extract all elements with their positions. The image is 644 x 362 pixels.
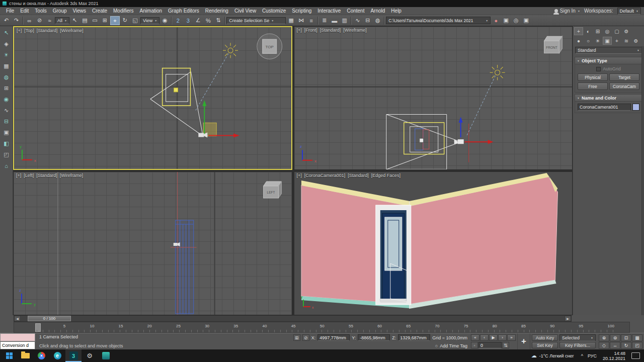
left-tool-corona-material[interactable]: ▦ — [2, 61, 12, 71]
left-tool-corona-sun[interactable]: ☀ — [2, 50, 12, 60]
viewport-standard-menu[interactable]: [Standard] — [320, 28, 341, 33]
previous-frame-button[interactable]: ‹ — [480, 334, 489, 341]
viewport-shading-menu[interactable]: [Wireframe] — [60, 173, 84, 178]
align-button[interactable]: ≡ — [306, 16, 316, 25]
curve-editor-button[interactable]: ∿ — [353, 16, 362, 25]
viewport-shading-menu[interactable]: [Wireframe] — [60, 28, 84, 33]
layer-explorer-button[interactable]: ≣ — [319, 16, 329, 25]
pan-view-button[interactable]: + — [517, 333, 530, 349]
menu-graph-editors[interactable]: Graph Editors — [165, 8, 202, 14]
left-tool-select[interactable]: ↖ — [2, 28, 12, 38]
category-space-warps[interactable]: ≋ — [622, 37, 631, 45]
listener-macro-line[interactable] — [0, 333, 35, 341]
orbit-button[interactable]: ↻ — [621, 342, 631, 349]
menu-scripting[interactable]: Scripting — [289, 8, 314, 14]
key-selection-dropdown[interactable]: Selected ▼ — [559, 334, 596, 341]
left-tool-corona-proxy[interactable]: ⊞ — [2, 83, 12, 93]
time-slider-right-arrow[interactable]: ▶ — [565, 316, 571, 321]
key-mode-toggle[interactable]: ◦ — [471, 342, 478, 348]
camera-viewport-canvas[interactable]: x y — [294, 172, 573, 315]
select-by-name-button[interactable]: ▤ — [80, 16, 90, 25]
rectangular-selection-region-button[interactable]: ▭ — [90, 16, 100, 25]
viewcube-top[interactable]: TOP — [257, 34, 282, 59]
menu-customize[interactable]: Customize — [259, 8, 289, 14]
zoom-extents-all-button[interactable]: ▦ — [632, 334, 642, 341]
viewport-menu-plus[interactable]: [+] — [297, 173, 302, 178]
maximize-viewport-toggle[interactable]: ◰ — [632, 342, 642, 349]
viewport-menu-plus[interactable]: [+] — [17, 28, 22, 33]
free-camera-button[interactable]: Free — [578, 82, 608, 90]
start-button[interactable] — [1, 349, 17, 362]
menu-views[interactable]: Views — [70, 8, 90, 14]
go-to-end-button[interactable]: » — [507, 334, 516, 341]
left-tool-corona-scatter[interactable]: ∿ — [2, 106, 12, 115]
tab-utilities[interactable]: ⚙ — [622, 27, 631, 35]
corona-app-button[interactable] — [98, 349, 114, 362]
project-folder-field[interactable]: C:\Users\Татьяна\Documents\3ds Max 2021 … — [386, 17, 491, 24]
selection-lock-toggle[interactable]: ⊘ — [302, 334, 309, 341]
menu-modifiers[interactable]: Modifiers — [110, 8, 137, 14]
field-of-view-button[interactable]: ◇ — [599, 342, 609, 349]
camera-target-rect[interactable] — [404, 123, 444, 154]
left-tool-corona-vfb[interactable]: ▣ — [2, 128, 12, 137]
tray-chevron[interactable]: ^ — [581, 353, 583, 358]
menu-civil-view[interactable]: Civil View — [231, 8, 259, 14]
name-and-color-rollout-header[interactable]: ▼ Name and Color — [575, 94, 642, 102]
front-viewport-canvas[interactable]: FRONT x z — [294, 27, 573, 169]
physical-camera-button[interactable]: Physical — [578, 73, 608, 81]
angle-snap-toggle[interactable]: ∠ — [193, 16, 203, 25]
chrome-button[interactable] — [33, 349, 49, 362]
edge-button[interactable]: e — [49, 349, 65, 362]
pan-button[interactable]: ↔ — [610, 342, 620, 349]
sun-light-object[interactable] — [223, 43, 238, 58]
render-iterative-button[interactable]: ▣ — [521, 16, 531, 25]
select-and-link-button[interactable]: ∞ — [25, 16, 34, 25]
move-gizmo-x-axis[interactable] — [464, 140, 493, 144]
taskbar-clock[interactable]: 14:48 20.12.2021 — [600, 351, 628, 361]
viewport-standard-menu[interactable]: [Standard] — [348, 173, 369, 178]
category-helpers[interactable]: + — [612, 37, 621, 45]
select-and-move-button[interactable]: + — [110, 16, 120, 25]
reference-coordinate-dropdown[interactable]: View ▼ — [140, 17, 159, 24]
settings-button[interactable]: ⚙ — [82, 349, 98, 362]
menu-interactive[interactable]: Interactive — [314, 8, 344, 14]
camera-type-dropdown[interactable]: Standard ▼ — [575, 47, 642, 54]
target-camera-button[interactable]: Target — [609, 73, 639, 81]
tab-hierarchy[interactable]: ⊞ — [593, 27, 602, 35]
category-systems[interactable]: ⚙ — [631, 37, 640, 45]
command-panel-scrollbar[interactable] — [641, 46, 644, 315]
menu-help[interactable]: Help — [388, 8, 405, 14]
door-object[interactable] — [375, 205, 411, 305]
rendered-frame-window-button[interactable]: ▣ — [501, 16, 511, 25]
menu-tools[interactable]: Tools — [32, 8, 49, 14]
edit-named-selection-sets-button[interactable]: ▦ — [286, 16, 296, 25]
add-time-tag[interactable]: Add Time Tag — [440, 343, 467, 348]
viewport-view-menu[interactable]: [Left] — [24, 173, 34, 178]
menu-file[interactable]: File — [3, 8, 17, 14]
use-pivot-point-button[interactable]: ◉ — [160, 16, 170, 25]
viewcube-left[interactable]: LEFT — [264, 182, 282, 198]
top-viewport-canvas[interactable]: TOP x y — [14, 27, 291, 169]
frame-spinner[interactable]: ⇅ — [502, 342, 509, 348]
render-production-button[interactable]: ◎ — [511, 16, 521, 25]
menu-group[interactable]: Group — [50, 8, 70, 14]
viewport-top[interactable]: [+] [Top] [Standard] [Wireframe] — [13, 26, 292, 170]
window-frame-section[interactable] — [176, 220, 194, 314]
3dsmax-taskbar-button[interactable]: 3 — [65, 349, 82, 362]
menu-arnold[interactable]: Arnold — [367, 8, 388, 14]
next-frame-button[interactable]: › — [498, 334, 507, 341]
select-and-rotate-button[interactable]: ↻ — [120, 16, 130, 25]
move-gizmo-z-axis[interactable] — [458, 117, 462, 138]
viewport-left[interactable]: [+] [Left] [Standard] [Wireframe] — [13, 171, 292, 315]
go-to-start-button[interactable]: « — [471, 334, 479, 341]
scene-explorer-toggle-button[interactable]: ▥ — [340, 16, 349, 25]
file-explorer-button[interactable] — [17, 349, 33, 362]
left-tool-corona-region[interactable]: ◰ — [2, 150, 12, 159]
create-selection-set-dropdown[interactable]: Create Selection Se ▼ — [226, 17, 286, 24]
time-slider-left-arrow[interactable]: ◀ — [14, 316, 21, 321]
selection-filter-dropdown[interactable]: All ▼ — [55, 17, 69, 24]
zoom-all-button[interactable]: ⊚ — [610, 334, 620, 341]
spinner-snap-toggle[interactable]: ⇅ — [213, 16, 223, 25]
viewport-view-menu[interactable]: [Front] — [304, 28, 317, 33]
workspace-dropdown[interactable]: Default ▼ — [617, 8, 641, 15]
